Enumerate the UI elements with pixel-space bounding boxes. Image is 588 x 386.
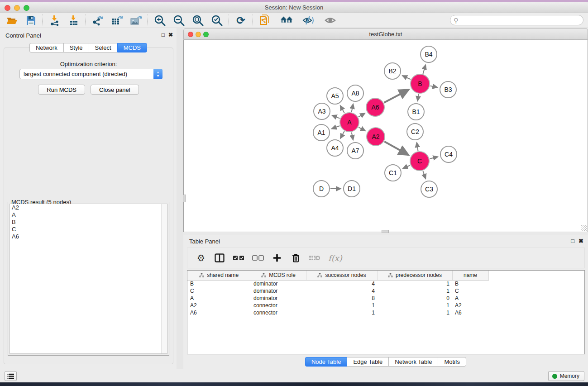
- graph-node-C4[interactable]: C4: [440, 146, 457, 163]
- edge-B-B4[interactable]: [423, 65, 425, 74]
- table-cell[interactable]: A: [452, 295, 488, 302]
- zoom-out-button[interactable]: [172, 14, 185, 26]
- edge-A6-B[interactable]: [384, 90, 409, 103]
- edge-A-A3[interactable]: [332, 115, 339, 119]
- tab-network[interactable]: Network: [29, 43, 63, 52]
- zoom-selected-button[interactable]: [210, 14, 223, 26]
- graph-node-C3[interactable]: C3: [421, 181, 438, 198]
- edge-A2-C[interactable]: [384, 142, 408, 155]
- tab-edge-table[interactable]: Edge Table: [347, 357, 388, 367]
- tab-network-table[interactable]: Network Table: [388, 357, 438, 367]
- graph-node-B[interactable]: B: [410, 74, 430, 94]
- float-panel-icon[interactable]: □: [162, 32, 165, 38]
- graph-node-A4[interactable]: A4: [326, 139, 344, 157]
- criterion-dropdown[interactable]: largest connected component (directed) ▲…: [19, 69, 163, 79]
- graph-node-A[interactable]: A: [339, 112, 359, 132]
- column-header-shared-name[interactable]: shared name: [187, 271, 251, 280]
- edge-C-C1[interactable]: [403, 165, 410, 168]
- table-cell[interactable]: A6: [187, 309, 251, 316]
- table-cell[interactable]: A: [187, 295, 251, 302]
- edge-A-A1[interactable]: [332, 126, 340, 129]
- graph-node-B3[interactable]: B3: [440, 81, 457, 98]
- tab-node-table[interactable]: Node Table: [305, 357, 347, 367]
- table-row[interactable]: Adominator80A: [187, 295, 488, 302]
- table-cell[interactable]: dominator: [251, 280, 306, 287]
- table-cell[interactable]: C: [187, 287, 251, 295]
- column-header-predecessor-nodes[interactable]: predecessor nodes: [378, 271, 452, 280]
- create-column-button[interactable]: [272, 252, 282, 264]
- graph-node-C[interactable]: C: [410, 151, 430, 171]
- mcds-result-item[interactable]: A2: [10, 204, 167, 211]
- import-network-button[interactable]: [48, 14, 61, 26]
- refresh-button[interactable]: ⟳: [234, 14, 247, 26]
- zoom-fit-button[interactable]: [191, 14, 204, 26]
- graph-node-A3[interactable]: A3: [313, 103, 330, 120]
- table-cell[interactable]: 1: [378, 287, 452, 295]
- table-cell[interactable]: B: [452, 280, 488, 287]
- edge-B-B2[interactable]: [402, 76, 411, 79]
- close-table-panel-icon[interactable]: ✖: [578, 238, 583, 244]
- table-row[interactable]: Bdominator41B: [187, 280, 488, 287]
- memory-button[interactable]: Memory: [548, 371, 584, 381]
- graph-node-A6[interactable]: A6: [366, 98, 385, 117]
- table-row[interactable]: A2connector11A2: [187, 302, 488, 309]
- graph-node-A1[interactable]: A1: [313, 124, 330, 141]
- table-row[interactable]: A6connector11A6: [187, 309, 488, 316]
- column-header-MCDS-role[interactable]: MCDS role: [251, 271, 306, 280]
- column-header-name[interactable]: name: [452, 271, 488, 280]
- edge-A-A4[interactable]: [340, 131, 344, 138]
- tab-motifs[interactable]: Motifs: [438, 357, 466, 367]
- edge-A-A7[interactable]: [352, 133, 354, 140]
- edge-C-C2[interactable]: [417, 143, 418, 151]
- table-settings-button[interactable]: ⚙: [196, 252, 206, 264]
- zoom-in-button[interactable]: [153, 14, 166, 26]
- graph-node-C2[interactable]: C2: [406, 123, 424, 140]
- hide-graphics-details-button[interactable]: [302, 14, 315, 26]
- table-cell[interactable]: A2: [452, 302, 488, 309]
- open-file-button[interactable]: [5, 14, 18, 26]
- edge-B-B3[interactable]: [430, 86, 438, 87]
- edge-A-A8[interactable]: [352, 104, 354, 112]
- mcds-result-item[interactable]: B: [10, 219, 167, 226]
- table-cell[interactable]: connector: [251, 309, 306, 316]
- import-table-button[interactable]: [67, 14, 80, 26]
- node-table[interactable]: shared nameMCDS rolesuccessor nodesprede…: [187, 270, 585, 354]
- close-panel-icon[interactable]: ✖: [168, 32, 173, 38]
- table-cell[interactable]: 1: [378, 280, 452, 287]
- table-cell[interactable]: A2: [187, 302, 251, 309]
- table-cell[interactable]: 4: [306, 287, 378, 295]
- search-input[interactable]: [458, 17, 583, 24]
- graph-node-D[interactable]: D: [313, 180, 330, 197]
- bottom-splitter-handle[interactable]: [382, 230, 389, 233]
- save-session-button[interactable]: [24, 14, 37, 26]
- new-network-from-file-button[interactable]: [258, 14, 271, 26]
- graph-node-A8[interactable]: A8: [347, 85, 364, 102]
- float-table-panel-icon[interactable]: □: [571, 238, 574, 244]
- delete-column-button[interactable]: [290, 252, 301, 264]
- table-cell[interactable]: 8: [306, 295, 378, 302]
- table-cell[interactable]: A6: [452, 309, 488, 316]
- graph-node-B4[interactable]: B4: [420, 46, 437, 63]
- table-cell[interactable]: C: [452, 287, 488, 295]
- tab-mcds[interactable]: MCDS: [117, 43, 147, 52]
- run-mcds-button[interactable]: Run MCDS: [38, 85, 85, 95]
- edge-C-C3[interactable]: [423, 171, 425, 179]
- graph-node-C1[interactable]: C1: [384, 164, 402, 181]
- panel-splitter[interactable]: [177, 28, 183, 369]
- mcds-result-item[interactable]: C: [10, 226, 167, 233]
- table-cell[interactable]: dominator: [251, 287, 306, 295]
- graph-node-A7[interactable]: A7: [347, 142, 364, 159]
- edge-A-A6[interactable]: [359, 113, 365, 117]
- table-cell[interactable]: 0: [378, 295, 452, 302]
- search-box[interactable]: ⚲: [450, 15, 583, 25]
- table-cell[interactable]: 1: [306, 302, 378, 309]
- table-cell[interactable]: B: [187, 280, 251, 287]
- table-cell[interactable]: dominator: [251, 295, 306, 302]
- show-panels-list-button[interactable]: [5, 371, 17, 381]
- show-graphics-details-button[interactable]: [324, 14, 336, 26]
- graph-node-A2[interactable]: A2: [366, 127, 385, 146]
- graph-node-B2[interactable]: B2: [384, 62, 401, 80]
- tab-select[interactable]: Select: [89, 43, 117, 52]
- table-cell[interactable]: connector: [251, 302, 306, 309]
- table-cell[interactable]: 1: [378, 302, 452, 309]
